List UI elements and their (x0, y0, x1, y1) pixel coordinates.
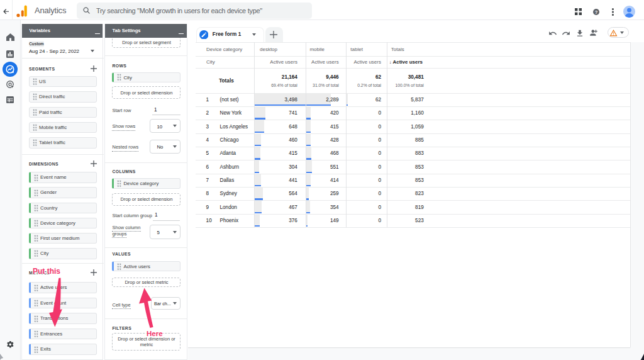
svg-text:?: ? (595, 9, 598, 14)
